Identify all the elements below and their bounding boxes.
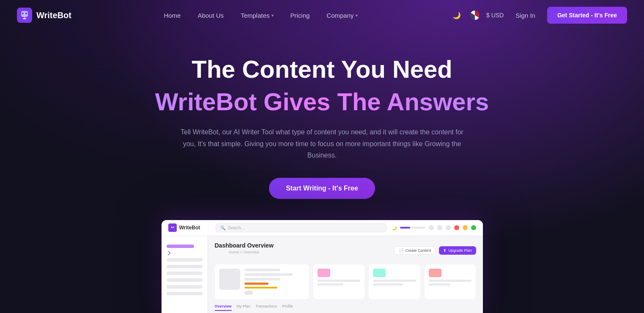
dash-upgrade-button[interactable]: ⬆ Upgrade Plan xyxy=(439,246,476,255)
dash-moon-icon: 🌙 xyxy=(392,226,397,230)
dash-side-line-2 xyxy=(318,283,343,286)
dash-circle-3 xyxy=(446,225,451,230)
dash-create-icon: 📄 xyxy=(399,248,403,253)
dash-expand-btn xyxy=(244,291,253,295)
dash-side-card-2 xyxy=(369,264,420,299)
dash-circle-red xyxy=(454,225,459,230)
nav-pricing[interactable]: Pricing xyxy=(284,8,317,22)
flag-icon xyxy=(470,11,480,20)
dash-search-placeholder: Search... xyxy=(228,226,245,230)
brand-logo[interactable]: WriteBot xyxy=(17,8,71,23)
dash-side-line-4 xyxy=(373,283,403,286)
dash-brand-name: WriteBot xyxy=(179,225,200,231)
dash-tab-profile[interactable]: Profile xyxy=(282,304,293,311)
dash-title: Dashboard Overview xyxy=(215,242,274,249)
dash-tab-overview[interactable]: Overview xyxy=(215,304,232,311)
hero-section: The Content You Need WriteBot Gives The … xyxy=(0,30,644,313)
svg-point-7 xyxy=(171,227,172,228)
dash-line-1 xyxy=(244,269,281,271)
hero-title-line2: WriteBot Gives The Answers xyxy=(155,87,489,117)
dash-sidebar xyxy=(162,236,208,313)
brand-name: WriteBot xyxy=(36,11,71,20)
dash-pink-block xyxy=(318,269,330,277)
dashboard-preview: WriteBot 🔍 Search... 🌙 xyxy=(162,220,483,313)
dash-tab-transactions[interactable]: Transactions xyxy=(255,304,277,311)
nav-templates[interactable]: Templates ▾ xyxy=(234,8,280,22)
nav-home[interactable]: Home xyxy=(157,8,187,22)
dash-sidebar-item-6 xyxy=(167,285,203,289)
dash-content-header: Dashboard Overview Home > Overview 📄 Cre… xyxy=(215,242,476,259)
dash-sidebar-item-1 xyxy=(167,245,194,248)
dash-side-line-3 xyxy=(373,280,416,282)
dash-circle-green xyxy=(471,225,476,230)
navbar: WriteBot Home About Us Templates ▾ Prici… xyxy=(0,0,644,30)
get-started-button[interactable]: Get Started - It's Free xyxy=(547,7,627,24)
dash-title-area: Dashboard Overview Home > Overview xyxy=(215,242,274,259)
dash-logo-icon xyxy=(168,223,177,232)
dark-mode-toggle[interactable]: 🌙 xyxy=(450,8,463,22)
language-selector[interactable] xyxy=(470,11,480,20)
svg-rect-6 xyxy=(170,225,175,230)
dash-card-content xyxy=(244,269,305,295)
dash-side-line-1 xyxy=(318,280,361,282)
company-chevron-icon: ▾ xyxy=(356,13,358,18)
start-writing-button[interactable]: Start Writing - It's Free xyxy=(269,178,375,199)
hero-title-line1: The Content You Need xyxy=(192,56,452,83)
dash-sidebar-item-5 xyxy=(167,278,203,282)
svg-point-8 xyxy=(173,227,174,228)
svg-point-3 xyxy=(25,13,27,14)
dash-sidebar-item-3 xyxy=(167,265,203,268)
sign-in-button[interactable]: Sign In xyxy=(510,8,540,22)
dash-content-area: Dashboard Overview Home > Overview 📄 Cre… xyxy=(208,236,483,313)
dash-topbar-right: 🌙 xyxy=(392,225,476,230)
dash-upgrade-icon: ⬆ xyxy=(443,248,447,253)
nav-links: Home About Us Templates ▾ Pricing Compan… xyxy=(157,8,364,22)
dash-circle-yellow xyxy=(463,225,468,230)
moon-icon: 🌙 xyxy=(452,11,461,19)
dash-teal-block xyxy=(373,269,386,277)
dash-progress-bar xyxy=(400,227,425,229)
dash-topbar: WriteBot 🔍 Search... 🌙 xyxy=(162,220,483,236)
dash-main-area: Dashboard Overview Home > Overview 📄 Cre… xyxy=(162,236,483,313)
dash-logo: WriteBot xyxy=(168,223,211,232)
svg-rect-5 xyxy=(24,17,25,19)
dash-line-yellow xyxy=(244,287,278,289)
dash-side-line-6 xyxy=(429,283,450,286)
dash-sidebar-item-7 xyxy=(167,292,203,295)
templates-chevron-icon: ▾ xyxy=(271,13,274,18)
dash-search-icon: 🔍 xyxy=(220,226,225,230)
dash-circle-2 xyxy=(437,225,442,230)
dash-line-orange xyxy=(244,283,269,285)
dash-tabs: Overview My Plan Transactions Profile xyxy=(215,304,476,313)
currency-label[interactable]: $ USD xyxy=(486,12,504,19)
dash-breadcrumb: Home > Overview xyxy=(215,250,274,254)
dash-line-3 xyxy=(244,278,281,280)
dash-sidebar-item-4 xyxy=(167,272,203,275)
nav-company[interactable]: Company ▾ xyxy=(320,8,364,22)
dash-create-button[interactable]: 📄 Create Content xyxy=(394,246,436,255)
dash-sidebar-arrow xyxy=(166,250,170,255)
dash-sidebar-item-2 xyxy=(167,258,203,261)
dash-side-line-5 xyxy=(429,280,472,282)
dash-side-card-1 xyxy=(313,264,365,299)
dash-card-image xyxy=(219,269,240,290)
nav-about[interactable]: About Us xyxy=(191,8,230,22)
dash-cards-row xyxy=(215,264,476,299)
dash-action-buttons: 📄 Create Content ⬆ Upgrade Plan xyxy=(394,246,476,255)
dash-line-2 xyxy=(244,273,293,276)
svg-point-2 xyxy=(22,13,24,14)
dash-search-bar[interactable]: 🔍 Search... xyxy=(216,223,386,232)
dash-red-block xyxy=(429,269,441,277)
dash-side-card-3 xyxy=(425,264,476,299)
hero-subtitle: Tell WriteBot, our AI Writer Tool what t… xyxy=(178,126,466,161)
dash-main-card xyxy=(215,264,309,299)
dash-circle-1 xyxy=(429,225,434,230)
dash-progress-fill xyxy=(400,227,410,229)
nav-right: 🌙 $ USD Sign In Get Started - It's Free xyxy=(450,7,627,24)
dash-tab-myplan[interactable]: My Plan xyxy=(237,304,251,311)
